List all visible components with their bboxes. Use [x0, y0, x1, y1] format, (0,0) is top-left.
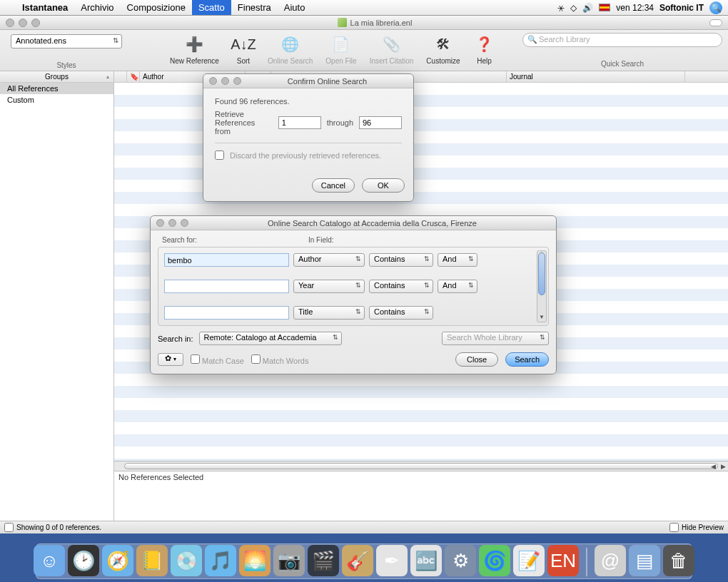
scroll-left-icon[interactable]: ◀ — [708, 461, 718, 471]
column-🔖[interactable]: 🔖 — [127, 71, 140, 82]
toolbar-customize[interactable]: 🛠Customize — [426, 33, 460, 65]
search-for-label: Search for: — [162, 236, 308, 244]
status-checkbox[interactable] — [4, 523, 14, 532]
toolbar-toggle-pill[interactable] — [709, 19, 722, 26]
menu-finestra[interactable]: Finestra — [231, 0, 278, 15]
operator-combo[interactable]: Contains — [369, 253, 433, 267]
dock-app-icon[interactable]: 💿 — [171, 545, 202, 576]
toolbar-sort[interactable]: A↓ZSort — [232, 33, 255, 65]
dock-app-icon[interactable]: 🔤 — [410, 545, 442, 576]
dock-app-icon[interactable]: 📷 — [273, 545, 305, 576]
criteria-scrollbar[interactable]: ▲ ▼ — [537, 250, 547, 322]
hide-preview-label: Hide Preview — [682, 524, 724, 531]
search-library-input[interactable]: Search Library — [522, 33, 722, 47]
dock-app-icon[interactable]: 📝 — [513, 545, 545, 576]
help-icon: ❓ — [473, 33, 496, 56]
options-gear-button[interactable]: ✿ — [158, 353, 183, 366]
spotlight-icon[interactable]: 🔍 — [709, 1, 722, 14]
match-words-checkbox[interactable] — [251, 354, 261, 364]
hide-preview-checkbox[interactable] — [669, 523, 679, 532]
operator-combo[interactable]: Contains — [369, 306, 433, 320]
close-button[interactable]: Close — [455, 352, 498, 367]
boolean-combo[interactable]: And — [438, 253, 477, 267]
wifi-icon[interactable]: ◇ — [570, 3, 577, 13]
new-reference-icon: ➕ — [183, 33, 206, 56]
from-input[interactable] — [278, 116, 321, 129]
toolbar-online-search: 🌐Online Search — [268, 33, 313, 65]
dock-app-icon[interactable]: 🎬 — [308, 545, 339, 576]
sidebar-item-custom[interactable]: Custom — [0, 94, 113, 106]
dock-app-icon[interactable]: 🕑 — [68, 545, 99, 576]
volume-icon[interactable]: 🔊 — [582, 3, 593, 13]
dock-app-icon[interactable]: ☺ — [34, 545, 65, 576]
column-icon[interactable] — [114, 71, 127, 82]
sidebar-header[interactable]: Groups — [0, 71, 113, 83]
discard-checkbox[interactable] — [215, 150, 224, 160]
through-label: through — [327, 118, 353, 127]
toolbar-new-reference[interactable]: ➕New Reference — [170, 33, 219, 65]
scope-combo[interactable]: Search Whole Library — [442, 332, 549, 345]
search-dialog: Online Search Catalogo at Accademia dell… — [150, 215, 557, 374]
style-selector[interactable]: Annotated.ens — [11, 34, 122, 48]
online-search-icon: 🌐 — [279, 33, 302, 56]
scroll-right-icon[interactable]: ▶ — [718, 461, 728, 471]
menu-archivio[interactable]: Archivio — [74, 0, 120, 15]
dock-app-icon[interactable]: 🎵 — [205, 545, 236, 576]
match-case-checkbox[interactable] — [191, 354, 200, 364]
term-input[interactable] — [164, 280, 289, 293]
horizontal-scrollbar[interactable]: ◀ ▶ — [114, 461, 728, 471]
found-label: Found 96 references. — [215, 97, 402, 106]
column-Journal[interactable]: Journal — [507, 71, 685, 82]
dock-app-icon[interactable]: ✒ — [376, 545, 408, 576]
cancel-button[interactable]: Cancel — [312, 178, 355, 193]
discard-label: Discard the previously retrieved referen… — [230, 151, 381, 160]
criteria-row: Year Contains And — [164, 280, 542, 293]
field-combo[interactable]: Year — [293, 280, 365, 293]
styles-label: Styles — [56, 61, 76, 69]
operator-combo[interactable]: Contains — [369, 280, 433, 293]
dock-app-icon[interactable]: 🧭 — [102, 545, 133, 576]
toolbar-help[interactable]: ❓Help — [473, 33, 496, 65]
field-combo[interactable]: Title — [293, 306, 365, 320]
window-controls[interactable] — [6, 19, 40, 27]
sidebar-item-all-references[interactable]: All References — [0, 83, 113, 94]
to-input[interactable] — [359, 116, 402, 129]
menu-tray: ⚹ ◇ 🔊 ven 12:34 Softonic IT 🔍 — [557, 1, 728, 14]
criteria-row: Title Contains — [164, 306, 542, 320]
match-case-label: Match Case — [202, 357, 244, 365]
scrollbar-thumb[interactable] — [538, 252, 545, 295]
dock-app-icon[interactable]: 🌀 — [479, 545, 510, 576]
dock-app-icon[interactable]: ▤ — [629, 545, 660, 576]
user-menu[interactable]: Softonic IT — [659, 3, 704, 13]
dialog-window-controls[interactable] — [209, 77, 241, 85]
dock-app-icon[interactable]: 🗑 — [663, 545, 694, 576]
scroll-down-icon[interactable]: ▼ — [537, 314, 546, 322]
preview-pane: No References Selected — [114, 471, 728, 521]
boolean-combo[interactable]: And — [438, 280, 477, 293]
menu-scatto[interactable]: Scatto — [192, 0, 231, 15]
confirm-dialog: Confirm Online Search Found 96 reference… — [203, 73, 414, 202]
dock-app-icon[interactable]: EN — [547, 545, 579, 576]
search-in-combo[interactable]: Remote: Catalogo at Accademia — [199, 332, 342, 345]
criteria-row: Author Contains And — [164, 253, 542, 267]
dock-app-icon[interactable]: 🌅 — [239, 545, 271, 576]
term-input[interactable] — [164, 306, 289, 320]
menu-aiuto[interactable]: Aiuto — [278, 0, 312, 15]
open-file-icon: 📄 — [330, 33, 353, 56]
confirm-title: Confirm Online Search — [241, 77, 413, 86]
bluetooth-icon[interactable]: ⚹ — [557, 3, 565, 13]
dock-app-icon[interactable]: @ — [595, 545, 626, 576]
sort-icon: A↓Z — [232, 33, 255, 56]
menu-composizione[interactable]: Composizione — [121, 0, 192, 15]
ok-button[interactable]: OK — [362, 178, 405, 193]
dock-app-icon[interactable]: ⚙ — [445, 545, 476, 576]
field-combo[interactable]: Author — [293, 253, 365, 267]
app-menu[interactable]: Istantanea — [16, 0, 74, 15]
input-flag-icon[interactable] — [599, 4, 610, 11]
dock-app-icon[interactable]: 🎸 — [342, 545, 373, 576]
search-button[interactable]: Search — [505, 352, 549, 367]
dock-app-icon[interactable]: 📒 — [136, 545, 168, 576]
term-input[interactable] — [164, 253, 289, 267]
toolbar-insert-citation: 📎Insert Citation — [370, 33, 414, 65]
dialog-window-controls[interactable] — [156, 219, 188, 227]
